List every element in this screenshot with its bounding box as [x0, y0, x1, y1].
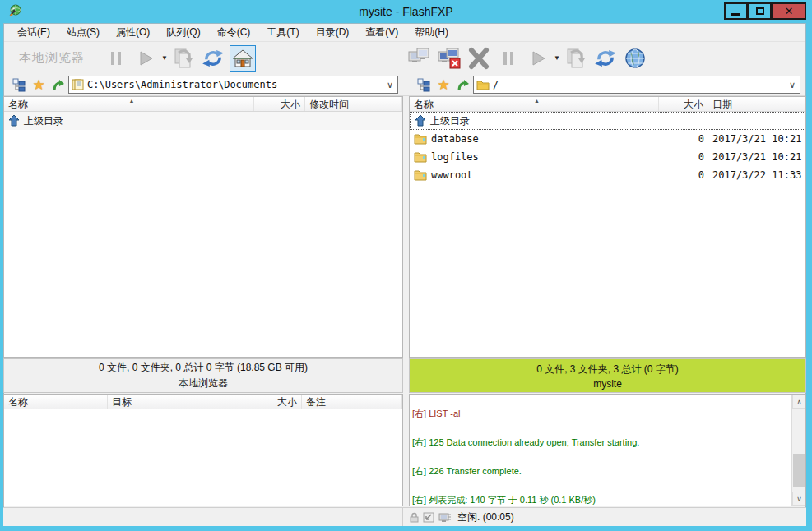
- remote-file-row-logfiles[interactable]: logfiles 0 2017/3/21 10:21: [410, 148, 805, 166]
- local-home-button[interactable]: [230, 45, 256, 72]
- abort-x-icon: [466, 47, 491, 70]
- local-path-value[interactable]: C:\Users\Administrator\Documents: [87, 79, 383, 90]
- remote-toolbar: ▼: [403, 42, 805, 74]
- sort-asc-icon: ▲: [534, 98, 540, 104]
- queue-panel: 名称 目标 大小 备注: [3, 394, 403, 506]
- log-lines: [右] LIST -al [右] 125 Data connection alr…: [412, 394, 791, 506]
- queue-col-note[interactable]: 备注: [302, 395, 402, 409]
- local-path-combobox[interactable]: C:\Users\Administrator\Documents ∨: [68, 76, 398, 94]
- refresh-icon: [202, 47, 225, 70]
- local-tree-button[interactable]: [9, 76, 29, 94]
- maximize-icon: [756, 7, 764, 15]
- local-up-dir-button[interactable]: [49, 76, 68, 94]
- queue-col-size[interactable]: 大小: [206, 395, 302, 409]
- local-col-name[interactable]: 名称▲: [4, 97, 254, 111]
- remote-col-size[interactable]: 大小: [659, 97, 708, 111]
- queue-col-name[interactable]: 名称: [4, 395, 108, 409]
- remote-transfer-queue-button[interactable]: [563, 45, 589, 72]
- folder-tree-icon: [12, 78, 26, 92]
- remote-disconnect-button[interactable]: [436, 45, 462, 72]
- remote-tree-button[interactable]: [414, 76, 434, 94]
- remote-start-button[interactable]: [525, 45, 551, 72]
- flashfxp-window: mysite - FlashFXP ✕ 会话(E) 站点(S) 属性(O) 队列…: [0, 0, 812, 531]
- titlebar: mysite - FlashFXP ✕: [0, 0, 812, 23]
- remote-path-dropdown chevron-down-icon[interactable]: ∨: [785, 80, 800, 90]
- menu-view[interactable]: 查看(V): [357, 23, 406, 42]
- log-line: [右] 列表完成: 140 字节 于 0.11 秒 (0.1 KB/秒): [412, 496, 791, 506]
- local-status-label: 本地浏览器: [4, 376, 402, 390]
- disconnect-icon: [437, 47, 462, 70]
- toolbar: 本地浏览器 ▼: [4, 42, 805, 74]
- transfer-icon: [564, 47, 587, 70]
- remote-abort-button[interactable]: [466, 45, 492, 72]
- queue-col-target[interactable]: 目标: [108, 395, 206, 409]
- local-path-bar: ★ C:\Users\Administrator\Documents ∨: [4, 74, 403, 95]
- menu-help[interactable]: 帮助(H): [406, 23, 457, 42]
- minimize-button[interactable]: [724, 2, 748, 20]
- remote-status-label: mysite: [410, 378, 805, 390]
- folder-icon: [414, 133, 427, 145]
- globe-icon: [624, 47, 647, 70]
- queue-header: 名称 目标 大小 备注: [4, 395, 402, 409]
- transfer-icon: [172, 47, 195, 70]
- menu-session[interactable]: 会话(E): [9, 23, 58, 42]
- remote-favorites-button[interactable]: ★: [434, 76, 453, 94]
- remote-parent-dir-row[interactable]: 上级目录: [410, 112, 805, 130]
- maximize-button[interactable]: [748, 2, 772, 20]
- local-favorites-button[interactable]: ★: [29, 76, 49, 94]
- minimize-icon: [731, 13, 740, 16]
- menu-directory[interactable]: 目录(D): [308, 23, 358, 42]
- local-col-size[interactable]: 大小: [254, 97, 305, 111]
- local-transfer-queue-button[interactable]: [170, 45, 197, 72]
- remote-pause-button[interactable]: [495, 45, 522, 72]
- menu-queue[interactable]: 队列(Q): [158, 23, 208, 42]
- log-panel: [右] LIST -al [右] 125 Data connection alr…: [409, 394, 806, 506]
- folder-icon: [414, 151, 427, 163]
- remote-refresh-button[interactable]: [592, 45, 619, 72]
- menu-sites[interactable]: 站点(S): [58, 23, 108, 42]
- remote-file-row-database[interactable]: database 0 2017/3/21 10:21: [410, 130, 805, 148]
- local-status-counts: 0 文件, 0 文件夹, 0 总计 0 字节 (18.85 GB 可用): [4, 361, 402, 375]
- scroll-up-button[interactable]: ∧: [792, 395, 806, 409]
- menu-options[interactable]: 属性(O): [108, 23, 158, 42]
- local-parent-dir-row[interactable]: 上级目录: [4, 112, 402, 130]
- local-file-list: 名称▲ 大小 修改时间 上级目录: [3, 96, 403, 358]
- play-icon: [137, 49, 155, 67]
- remote-file-list: 名称▲ 大小 日期 上级目录 database 0 2017/3/21 10:2…: [409, 96, 806, 358]
- sort-asc-icon: ▲: [129, 98, 135, 104]
- remote-col-date[interactable]: 日期: [708, 97, 805, 111]
- remote-col-name[interactable]: 名称▲: [410, 97, 659, 111]
- local-col-modified[interactable]: 修改时间: [305, 97, 402, 111]
- local-path-dropdown chevron-down-icon[interactable]: ∨: [383, 80, 397, 90]
- close-button[interactable]: ✕: [772, 2, 806, 20]
- log-scrollbar[interactable]: ∧ ∨: [791, 395, 805, 506]
- remote-start-dropdown chevron-down-icon[interactable]: ▼: [554, 54, 560, 62]
- local-pause-button[interactable]: [103, 45, 129, 72]
- menu-tools[interactable]: 工具(T): [258, 23, 307, 42]
- local-toolbar: 本地浏览器 ▼: [4, 42, 403, 74]
- connect-icon: [407, 47, 432, 70]
- statusbar-left-section: [3, 508, 403, 526]
- local-start-button[interactable]: [132, 45, 159, 72]
- scroll-down-button[interactable]: ∨: [792, 492, 806, 506]
- folder-icon: [414, 169, 427, 181]
- remote-path-bar: ★ / ∨: [403, 74, 805, 95]
- remote-up-dir-button[interactable]: [453, 76, 473, 94]
- local-start-dropdown chevron-down-icon[interactable]: ▼: [161, 54, 168, 62]
- local-refresh-button[interactable]: [200, 45, 226, 72]
- star-icon: ★: [437, 76, 449, 94]
- up-dir-icon: [8, 115, 20, 127]
- remote-path-value[interactable]: /: [493, 79, 785, 90]
- remote-path-combobox[interactable]: / ∨: [473, 76, 800, 94]
- star-icon: ★: [32, 76, 44, 94]
- log-line: [右] 226 Transfer complete.: [412, 467, 791, 477]
- remote-web-button[interactable]: [622, 45, 648, 72]
- menu-commands[interactable]: 命令(C): [209, 23, 259, 42]
- folder-tree-icon: [417, 78, 431, 92]
- remote-file-row-wwwroot[interactable]: wwwroot 0 2017/3/22 11:33: [410, 166, 805, 184]
- scroll-thumb[interactable]: [793, 454, 805, 487]
- play-icon: [529, 49, 547, 67]
- statusbar: 空闲. (00:05): [3, 507, 806, 526]
- statusbar-right-section: 空闲. (00:05): [403, 510, 806, 524]
- remote-connect-button[interactable]: [406, 45, 433, 72]
